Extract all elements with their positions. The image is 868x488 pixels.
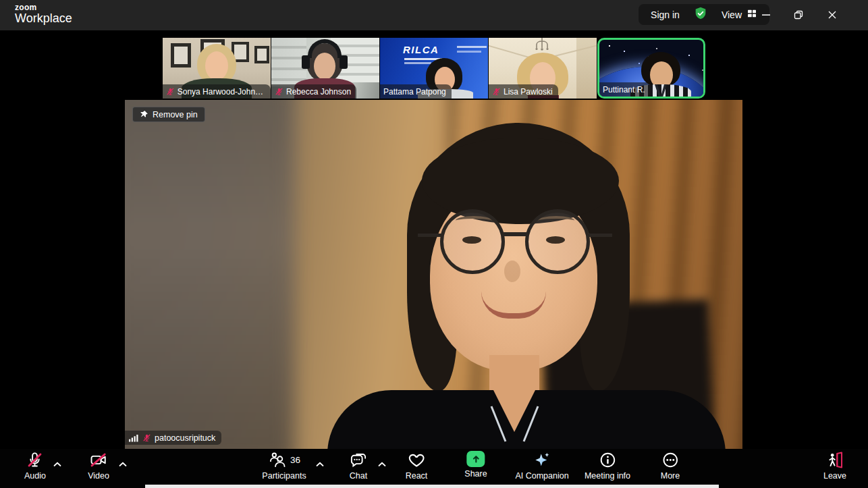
participant-name: Lisa Pawloski: [504, 87, 553, 97]
info-icon: [598, 451, 616, 469]
participant-name-chip: Sonya Harwood-Johns…: [163, 84, 271, 99]
ai-companion-label: AI Companion: [515, 471, 568, 481]
participant-tile-pattama[interactable]: RILCA Pattama Patpong: [380, 38, 488, 99]
more-label: More: [661, 471, 680, 481]
view-button[interactable]: View: [722, 8, 757, 22]
participants-label: Participants: [262, 471, 306, 481]
mic-muted-icon: [142, 433, 151, 442]
restore-button[interactable]: [787, 5, 810, 24]
security-shield-icon[interactable]: [693, 6, 708, 24]
meeting-info-button[interactable]: Meeting info: [585, 451, 630, 481]
share-label: Share: [464, 469, 487, 479]
speaker-name: patoocusripituck: [155, 433, 215, 443]
sign-in-button[interactable]: Sign in: [651, 9, 680, 20]
titlebar: zoom Workplace Sign in View: [0, 0, 868, 30]
participant-name: Puttinant R.: [603, 85, 645, 94]
rilca-logo: RILCA: [403, 44, 439, 55]
participants-count: 36: [290, 455, 300, 465]
mic-muted-icon: [26, 451, 44, 469]
taskbar-strip: [145, 485, 719, 488]
glasses-bridge: [501, 232, 528, 236]
logo-subtext: [457, 51, 481, 53]
logo-workplace: Workplace: [15, 12, 72, 24]
picture-frame: [254, 46, 269, 63]
leave-label: Leave: [823, 471, 846, 481]
participant-video: [205, 51, 228, 80]
participant-tile-sonya[interactable]: Sonya Harwood-Johns…: [163, 38, 271, 99]
ai-companion-button[interactable]: AI Companion: [515, 451, 568, 481]
chat-label: Chat: [350, 471, 367, 481]
logo-subtext: [457, 46, 487, 48]
participant-name: Rebecca Johnson: [286, 87, 351, 97]
heart-icon: [408, 451, 426, 469]
mic-muted-icon: [275, 87, 283, 96]
picture-frame: [171, 43, 191, 67]
signal-strength-icon: [129, 433, 139, 442]
pin-icon: [140, 110, 148, 119]
participant-name: Pattama Patpong: [383, 87, 446, 97]
participants-options-chevron-up-icon[interactable]: [316, 458, 324, 470]
headphones: [302, 55, 310, 69]
participant-tile-lisa[interactable]: Lisa Pawloski: [489, 38, 597, 99]
participant-video: [314, 53, 335, 80]
more-button[interactable]: More: [661, 451, 680, 481]
glasses-temple: [418, 234, 442, 237]
eye: [546, 236, 565, 244]
pinned-speaker-video[interactable]: Remove pin patoocusripituck: [125, 100, 742, 449]
chandelier: [531, 38, 553, 54]
share-button[interactable]: Share: [464, 451, 487, 479]
mic-muted-icon: [166, 87, 175, 96]
glasses-temple: [588, 234, 612, 237]
react-button[interactable]: React: [406, 451, 428, 481]
titlebar-pill: Sign in View: [639, 4, 769, 25]
stars: [609, 45, 610, 47]
audio-button[interactable]: Audio: [24, 451, 46, 481]
participant-name-chip: Puttinant R.: [599, 82, 651, 97]
ai-sparkle-icon: [533, 451, 551, 469]
ellipsis-icon: [661, 451, 679, 469]
participant-name-chip: Lisa Pawloski: [489, 84, 558, 99]
video-label: Video: [88, 471, 109, 481]
participant-tile-puttinant-active-speaker[interactable]: Puttinant R.: [597, 38, 705, 99]
chat-icon: [350, 451, 368, 469]
speaker-bangs: [422, 138, 619, 224]
leave-button[interactable]: Leave: [823, 451, 846, 481]
wall-shadow: [576, 38, 597, 99]
nose: [504, 261, 520, 282]
logo-subtext: [404, 62, 431, 64]
participant-tile-rebecca[interactable]: Rebecca Johnson: [271, 38, 379, 99]
mic-muted-icon: [492, 87, 501, 96]
view-label: View: [722, 9, 742, 20]
zoom-workplace-logo: zoom Workplace: [15, 3, 72, 24]
zoom-meeting-window: zoom Workplace Sign in View: [0, 0, 868, 488]
chat-button[interactable]: Chat: [350, 451, 368, 481]
participant-name: Sonya Harwood-Johns…: [178, 87, 265, 97]
minimize-button[interactable]: [755, 5, 778, 24]
participants-button[interactable]: 36 Participants: [262, 451, 306, 481]
logo-zoom: zoom: [15, 3, 72, 11]
camera-off-icon: [90, 451, 108, 469]
audio-options-chevron-up-icon[interactable]: [53, 458, 61, 470]
remove-pin-label: Remove pin: [153, 110, 198, 119]
meeting-toolbar: [0, 449, 868, 488]
share-screen-icon: [466, 451, 485, 467]
video-button[interactable]: Video: [88, 451, 109, 481]
remove-pin-button[interactable]: Remove pin: [132, 107, 205, 122]
leave-door-icon: [826, 451, 844, 469]
video-options-chevron-up-icon[interactable]: [119, 458, 127, 470]
eye: [462, 236, 481, 244]
participant-filmstrip: Sonya Harwood-Johns… Rebecca Johnson RIL…: [0, 38, 868, 99]
speaker-name-chip: patoocusripituck: [125, 431, 221, 445]
participant-name-chip: Rebecca Johnson: [271, 84, 356, 99]
participants-icon: [268, 451, 286, 469]
meeting-info-label: Meeting info: [585, 471, 630, 481]
close-button[interactable]: [821, 5, 844, 24]
audio-label: Audio: [24, 471, 46, 481]
participant-name-chip: Pattama Patpong: [380, 84, 452, 99]
chat-options-chevron-up-icon[interactable]: [378, 458, 386, 470]
dark-left-blur: [125, 100, 294, 449]
react-label: React: [406, 471, 428, 481]
headphones: [340, 55, 348, 69]
